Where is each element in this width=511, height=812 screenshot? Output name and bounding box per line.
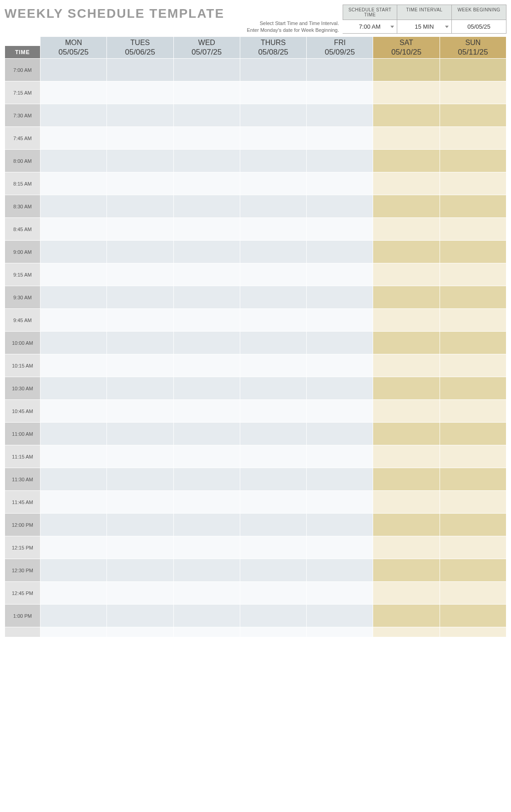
schedule-cell[interactable] — [440, 150, 506, 172]
schedule-cell[interactable] — [40, 127, 107, 150]
schedule-cell[interactable] — [307, 150, 373, 172]
schedule-cell[interactable] — [240, 400, 306, 423]
schedule-cell[interactable] — [373, 491, 440, 514]
schedule-cell[interactable] — [107, 172, 173, 195]
schedule-cell[interactable] — [307, 263, 373, 286]
schedule-cell[interactable] — [40, 195, 107, 218]
schedule-cell[interactable] — [307, 627, 373, 637]
schedule-cell[interactable] — [307, 491, 373, 514]
schedule-cell[interactable] — [173, 59, 240, 81]
schedule-cell[interactable] — [240, 309, 306, 332]
schedule-cell[interactable] — [240, 354, 306, 377]
schedule-cell[interactable] — [40, 559, 107, 582]
schedule-cell[interactable] — [307, 172, 373, 195]
schedule-cell[interactable] — [240, 445, 306, 468]
schedule-cell[interactable] — [107, 127, 173, 150]
schedule-cell[interactable] — [373, 286, 440, 309]
schedule-cell[interactable] — [307, 514, 373, 536]
schedule-cell[interactable] — [373, 59, 440, 81]
schedule-cell[interactable] — [107, 536, 173, 559]
schedule-cell[interactable] — [173, 536, 240, 559]
schedule-cell[interactable] — [173, 309, 240, 332]
schedule-cell[interactable] — [240, 377, 306, 400]
schedule-cell[interactable] — [40, 241, 107, 263]
schedule-cell[interactable] — [173, 263, 240, 286]
schedule-cell[interactable] — [307, 605, 373, 627]
schedule-cell[interactable] — [440, 423, 506, 445]
schedule-cell[interactable] — [307, 127, 373, 150]
schedule-cell[interactable] — [373, 81, 440, 104]
schedule-cell[interactable] — [440, 309, 506, 332]
schedule-cell[interactable] — [107, 605, 173, 627]
schedule-cell[interactable] — [307, 400, 373, 423]
schedule-cell[interactable] — [40, 627, 107, 637]
schedule-cell[interactable] — [240, 241, 306, 263]
schedule-cell[interactable] — [173, 377, 240, 400]
schedule-cell[interactable] — [373, 241, 440, 263]
schedule-cell[interactable] — [307, 59, 373, 81]
schedule-cell[interactable] — [373, 514, 440, 536]
schedule-cell[interactable] — [173, 104, 240, 127]
schedule-cell[interactable] — [40, 400, 107, 423]
schedule-cell[interactable] — [440, 491, 506, 514]
schedule-cell[interactable] — [440, 81, 506, 104]
schedule-cell[interactable] — [240, 218, 306, 241]
schedule-cell[interactable] — [107, 423, 173, 445]
schedule-cell[interactable] — [440, 332, 506, 354]
schedule-cell[interactable] — [307, 104, 373, 127]
schedule-cell[interactable] — [173, 559, 240, 582]
schedule-cell[interactable] — [307, 445, 373, 468]
schedule-cell[interactable] — [440, 605, 506, 627]
schedule-cell[interactable] — [173, 423, 240, 445]
schedule-cell[interactable] — [107, 445, 173, 468]
schedule-cell[interactable] — [307, 354, 373, 377]
schedule-cell[interactable] — [107, 195, 173, 218]
schedule-cell[interactable] — [107, 104, 173, 127]
schedule-cell[interactable] — [107, 400, 173, 423]
schedule-cell[interactable] — [107, 332, 173, 354]
schedule-cell[interactable] — [40, 263, 107, 286]
schedule-cell[interactable] — [440, 468, 506, 491]
schedule-cell[interactable] — [173, 241, 240, 263]
schedule-cell[interactable] — [307, 559, 373, 582]
schedule-cell[interactable] — [107, 81, 173, 104]
schedule-cell[interactable] — [173, 172, 240, 195]
schedule-cell[interactable] — [373, 172, 440, 195]
schedule-cell[interactable] — [373, 536, 440, 559]
schedule-cell[interactable] — [373, 195, 440, 218]
schedule-cell[interactable] — [40, 377, 107, 400]
week-begin-input[interactable]: 05/05/25 — [452, 20, 506, 34]
schedule-cell[interactable] — [240, 582, 306, 605]
schedule-cell[interactable] — [240, 423, 306, 445]
schedule-cell[interactable] — [107, 309, 173, 332]
schedule-cell[interactable] — [40, 605, 107, 627]
schedule-cell[interactable] — [440, 59, 506, 81]
schedule-cell[interactable] — [173, 354, 240, 377]
schedule-cell[interactable] — [373, 332, 440, 354]
schedule-cell[interactable] — [373, 582, 440, 605]
schedule-cell[interactable] — [173, 582, 240, 605]
schedule-cell[interactable] — [107, 377, 173, 400]
schedule-cell[interactable] — [173, 332, 240, 354]
schedule-cell[interactable] — [107, 468, 173, 491]
schedule-cell[interactable] — [240, 468, 306, 491]
schedule-cell[interactable] — [440, 400, 506, 423]
schedule-cell[interactable] — [440, 127, 506, 150]
schedule-cell[interactable] — [307, 286, 373, 309]
schedule-cell[interactable] — [440, 354, 506, 377]
schedule-cell[interactable] — [240, 263, 306, 286]
schedule-cell[interactable] — [440, 627, 506, 637]
schedule-cell[interactable] — [40, 536, 107, 559]
schedule-cell[interactable] — [440, 263, 506, 286]
schedule-cell[interactable] — [307, 582, 373, 605]
schedule-cell[interactable] — [240, 559, 306, 582]
schedule-cell[interactable] — [240, 59, 306, 81]
schedule-cell[interactable] — [40, 309, 107, 332]
schedule-cell[interactable] — [173, 468, 240, 491]
schedule-cell[interactable] — [173, 400, 240, 423]
schedule-cell[interactable] — [307, 241, 373, 263]
schedule-cell[interactable] — [173, 286, 240, 309]
schedule-cell[interactable] — [373, 354, 440, 377]
schedule-cell[interactable] — [440, 536, 506, 559]
schedule-cell[interactable] — [240, 627, 306, 637]
